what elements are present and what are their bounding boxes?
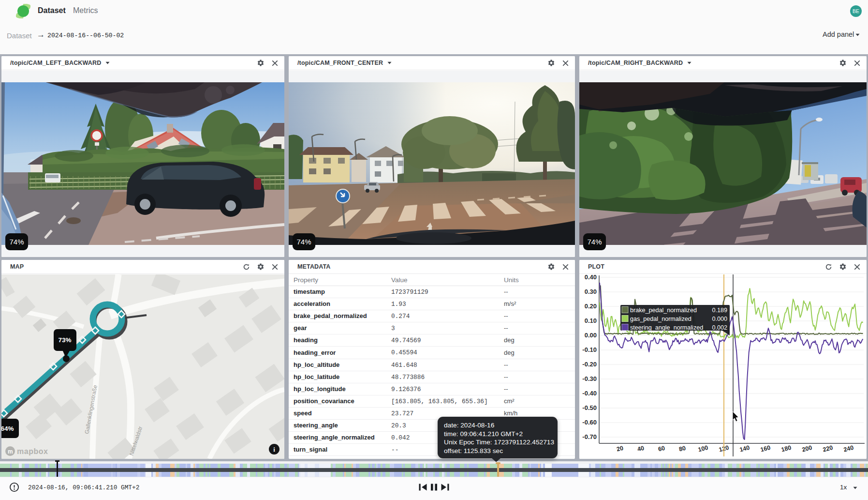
svg-text:brake_pedal_normalized: brake_pedal_normalized	[630, 307, 697, 314]
svg-text:i: i	[273, 446, 275, 453]
svg-text:0.00: 0.00	[585, 332, 597, 339]
svg-text:73%: 73%	[58, 336, 71, 344]
svg-text:0.000: 0.000	[712, 316, 727, 322]
svg-text:0.002: 0.002	[712, 324, 727, 331]
svg-text:m: m	[8, 448, 13, 455]
svg-text:0.30: 0.30	[585, 288, 597, 295]
svg-text:0.40: 0.40	[585, 274, 597, 281]
svg-text:-0.60: -0.60	[582, 419, 597, 426]
svg-text:steering_angle_normalized: steering_angle_normalized	[630, 324, 703, 331]
svg-text:-0.50: -0.50	[582, 404, 597, 411]
svg-text:-0.30: -0.30	[582, 375, 597, 382]
svg-text:gas_pedal_normalized: gas_pedal_normalized	[630, 316, 691, 322]
svg-text:0.189: 0.189	[712, 307, 727, 314]
svg-text:-0.20: -0.20	[582, 361, 597, 368]
svg-text:64%: 64%	[1, 425, 14, 432]
svg-text:-0.70: -0.70	[582, 433, 597, 440]
svg-text:0.10: 0.10	[585, 317, 597, 324]
svg-text:-0.10: -0.10	[582, 346, 597, 353]
svg-text:0.20: 0.20	[585, 303, 597, 310]
svg-text:-0.40: -0.40	[582, 390, 597, 397]
svg-text:mapbox: mapbox	[17, 447, 48, 455]
